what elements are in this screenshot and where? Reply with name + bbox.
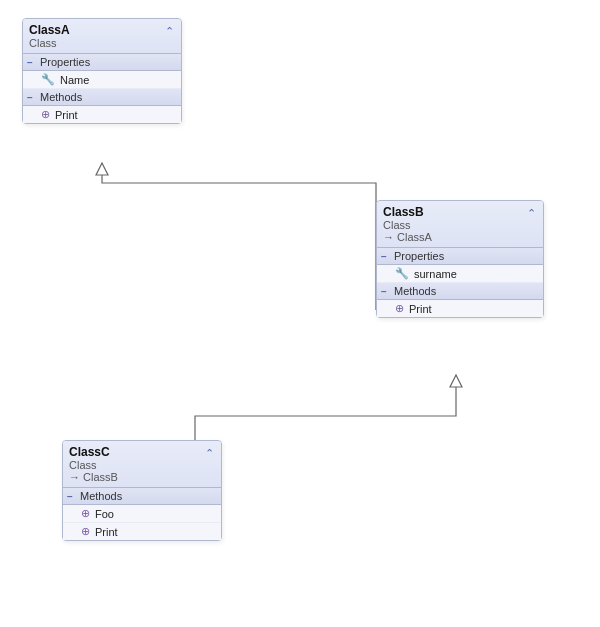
- class-a-name-text: Name: [60, 74, 89, 86]
- class-c-print-text: Print: [95, 526, 118, 538]
- class-b-inherit-arrow: →: [383, 231, 394, 243]
- class-b-properties-header: − Properties: [377, 248, 543, 265]
- class-a-print-item: ⊕ Print: [23, 106, 181, 123]
- class-c-methods-label: Methods: [80, 490, 122, 502]
- class-c-parent-name: ClassB: [83, 471, 118, 483]
- class-a-header: ClassA Class ⌃: [23, 19, 181, 54]
- class-b-name: ClassB: [383, 205, 521, 219]
- class-a-stereotype: Class: [29, 37, 159, 49]
- class-b-surname-item: 🔧 surname: [377, 265, 543, 283]
- arrow-a-to-b: [96, 163, 108, 175]
- class-c-stereotype: Class: [69, 459, 199, 471]
- class-c-name: ClassC: [69, 445, 199, 459]
- class-a-print-text: Print: [55, 109, 78, 121]
- class-b-methods-header: − Methods: [377, 283, 543, 300]
- class-a-name-item: 🔧 Name: [23, 71, 181, 89]
- gear-icon-a-print: ⊕: [41, 108, 50, 121]
- b-properties-minus-icon: −: [381, 251, 391, 262]
- class-b-header: ClassB Class → ClassA ⌃: [377, 201, 543, 248]
- class-b-surname-text: surname: [414, 268, 457, 280]
- class-c-foo-item: ⊕ Foo: [63, 505, 221, 523]
- connector-a-to-b: [102, 163, 376, 310]
- class-b-stereotype: Class: [383, 219, 521, 231]
- class-b-box: ClassB Class → ClassA ⌃ − Properties 🔧 s…: [376, 200, 544, 318]
- class-b-collapse-icon[interactable]: ⌃: [523, 205, 539, 221]
- class-b-properties-label: Properties: [394, 250, 444, 262]
- class-a-methods-label: Methods: [40, 91, 82, 103]
- class-a-properties-label: Properties: [40, 56, 90, 68]
- class-a-properties-header: − Properties: [23, 54, 181, 71]
- class-c-inherit-arrow: →: [69, 471, 80, 483]
- class-c-foo-text: Foo: [95, 508, 114, 520]
- class-b-parent-name: ClassA: [397, 231, 432, 243]
- class-a-box: ClassA Class ⌃ − Properties 🔧 Name − Met…: [22, 18, 182, 124]
- class-a-name: ClassA: [29, 23, 159, 37]
- gear-icon-c-print: ⊕: [81, 525, 90, 538]
- b-methods-minus-icon: −: [381, 286, 391, 297]
- class-b-methods-label: Methods: [394, 285, 436, 297]
- connector-b-to-c: [195, 375, 456, 440]
- class-c-box: ClassC Class → ClassB ⌃ − Methods ⊕ Foo …: [62, 440, 222, 541]
- methods-minus-icon: −: [27, 92, 37, 103]
- class-c-collapse-icon[interactable]: ⌃: [201, 445, 217, 461]
- arrow-b-to-c: [450, 375, 462, 387]
- class-c-parent: → ClassB: [69, 471, 199, 483]
- class-a-methods-header: − Methods: [23, 89, 181, 106]
- class-b-print-item: ⊕ Print: [377, 300, 543, 317]
- gear-icon-b-print: ⊕: [395, 302, 404, 315]
- gear-icon-c-foo: ⊕: [81, 507, 90, 520]
- class-a-collapse-icon[interactable]: ⌃: [161, 23, 177, 39]
- properties-minus-icon: −: [27, 57, 37, 68]
- class-b-print-text: Print: [409, 303, 432, 315]
- class-c-print-item: ⊕ Print: [63, 523, 221, 540]
- class-c-methods-header: − Methods: [63, 488, 221, 505]
- c-methods-minus-icon: −: [67, 491, 77, 502]
- diagram-canvas: ClassA Class ⌃ − Properties 🔧 Name − Met…: [0, 0, 600, 627]
- wrench-icon-b: 🔧: [395, 267, 409, 280]
- class-c-header: ClassC Class → ClassB ⌃: [63, 441, 221, 488]
- class-b-parent: → ClassA: [383, 231, 521, 243]
- wrench-icon: 🔧: [41, 73, 55, 86]
